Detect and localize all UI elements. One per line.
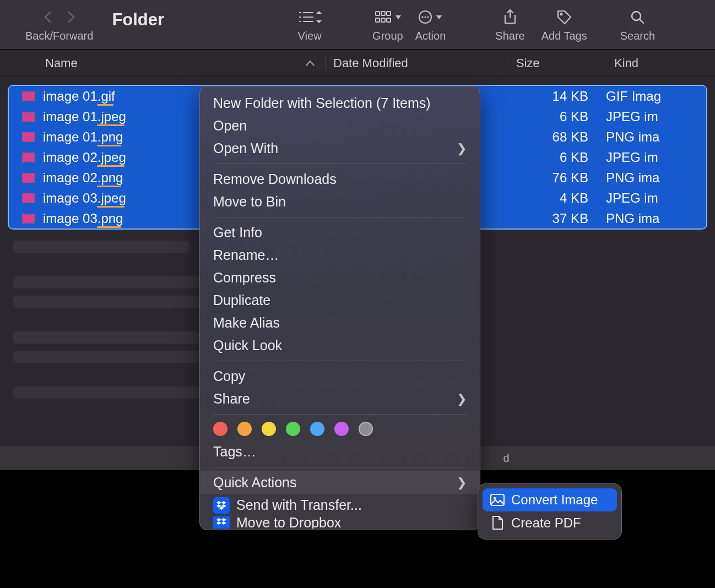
share-group: Share [495,8,524,42]
search-button[interactable] [624,8,651,26]
tag-purple[interactable] [334,422,349,436]
file-kind: GIF Imag [596,89,706,104]
sort-ascending-icon [305,59,315,67]
menu-send-with-transfer[interactable]: Send with Transfer... [200,494,480,516]
svg-point-15 [427,16,429,18]
column-header-kind[interactable]: Kind [604,56,715,70]
share-button[interactable] [497,8,523,26]
column-header-size[interactable]: Size [507,56,604,70]
svg-line-18 [640,19,643,23]
column-header-name[interactable]: Name [0,56,325,70]
menu-tags[interactable]: Tags… [200,440,480,463]
search-label: Search [620,30,655,42]
menu-label: Get Info [213,225,262,241]
file-name: image 03.jpeg [43,190,126,206]
action-label: Action [415,30,446,42]
column-name-label: Name [45,56,78,70]
file-kind: JPEG im [596,109,706,124]
column-kind-label: Kind [614,56,638,70]
file-kind: PNG ima [596,211,706,226]
file-kind: JPEG im [596,150,706,165]
group-button[interactable] [375,8,401,26]
chevron-right-icon: ❯ [457,392,467,406]
menu-quick-look[interactable]: Quick Look [200,334,480,357]
tag-orange[interactable] [237,422,252,436]
file-thumbnail-icon [22,153,35,162]
add-tags-label: Add Tags [541,30,587,42]
menu-label: Quick Actions [213,475,296,491]
menu-quick-actions[interactable]: Quick Actions❯ [200,471,480,494]
file-thumbnail-icon [22,112,35,122]
view-button[interactable] [296,8,323,26]
menu-label: New Folder with Selection (7 Items) [213,95,431,111]
tag-yellow[interactable] [262,422,276,436]
view-group: View [296,8,323,42]
search-group: Search [620,8,655,42]
tag-blue[interactable] [310,422,324,436]
menu-make-alias[interactable]: Make Alias [200,312,480,334]
menu-label: Rename… [213,247,279,263]
svg-point-14 [424,16,426,18]
toolbar: Back/Forward Folder Vie [0,0,715,50]
tag-red[interactable] [213,422,228,436]
tag-color-row [200,418,480,440]
tag-none[interactable] [359,422,373,436]
status-text: d [503,452,509,465]
menu-label: Quick Look [213,337,282,353]
dropbox-icon [213,497,230,514]
svg-point-13 [421,16,423,18]
window-title: Folder [112,8,164,26]
file-thumbnail-icon [22,173,35,183]
file-size: 6 KB [499,109,596,124]
menu-label: Share [213,391,250,407]
menu-get-info[interactable]: Get Info [200,221,480,244]
file-kind: PNG ima [596,129,706,145]
submenu-label: Convert Image [511,492,598,508]
quick-actions-submenu: Convert Image Create PDF [478,483,622,540]
menu-copy[interactable]: Copy [200,365,480,388]
tag-icon [556,9,572,25]
file-size: 6 KB [499,150,596,165]
add-tags-button[interactable] [551,8,577,26]
file-name: image 02.png [43,170,123,186]
menu-rename[interactable]: Rename… [200,244,480,266]
submenu-convert-image[interactable]: Convert Image [483,488,617,511]
menu-share[interactable]: Share❯ [200,388,480,410]
menu-separator [213,467,467,467]
forward-button[interactable] [59,8,83,26]
svg-point-16 [560,13,563,16]
file-name: image 03.png [43,211,123,226]
svg-rect-8 [387,12,391,15]
menu-label: Move to Bin [213,194,286,210]
submenu-create-pdf[interactable]: Create PDF [483,511,617,535]
menu-label: Make Alias [213,315,280,331]
menu-label: Open With [213,140,278,156]
share-icon [502,9,518,25]
tags-group: Add Tags [541,8,587,42]
menu-remove-downloads[interactable]: Remove Downloads [200,168,480,190]
dropbox-icon [213,516,230,529]
menu-open-with[interactable]: Open With❯ [200,137,480,160]
action-button[interactable] [418,8,444,26]
group-icon [375,10,401,24]
menu-new-folder[interactable]: New Folder with Selection (7 Items) [200,92,480,115]
back-forward-label: Back/Forward [25,30,93,42]
menu-duplicate[interactable]: Duplicate [200,289,480,312]
menu-move-to-dropbox[interactable]: Move to Dropbox [200,516,480,529]
file-kind: JPEG im [596,190,706,206]
menu-move-to-bin[interactable]: Move to Bin [200,190,480,213]
column-headers: Name Date Modified Size Kind [0,50,715,77]
menu-label: Open [213,118,247,134]
menu-open[interactable]: Open [200,115,480,137]
column-header-date[interactable]: Date Modified [325,56,507,70]
share-label: Share [495,30,524,42]
menu-compress[interactable]: Compress [200,266,480,289]
back-button[interactable] [36,8,59,26]
group-group: Group [372,8,403,42]
file-size: 14 KB [499,89,596,104]
svg-rect-11 [387,18,391,22]
menu-label: Duplicate [213,292,270,308]
svg-rect-9 [376,18,380,22]
tag-green[interactable] [286,422,300,436]
folder-title: Folder [112,10,164,30]
